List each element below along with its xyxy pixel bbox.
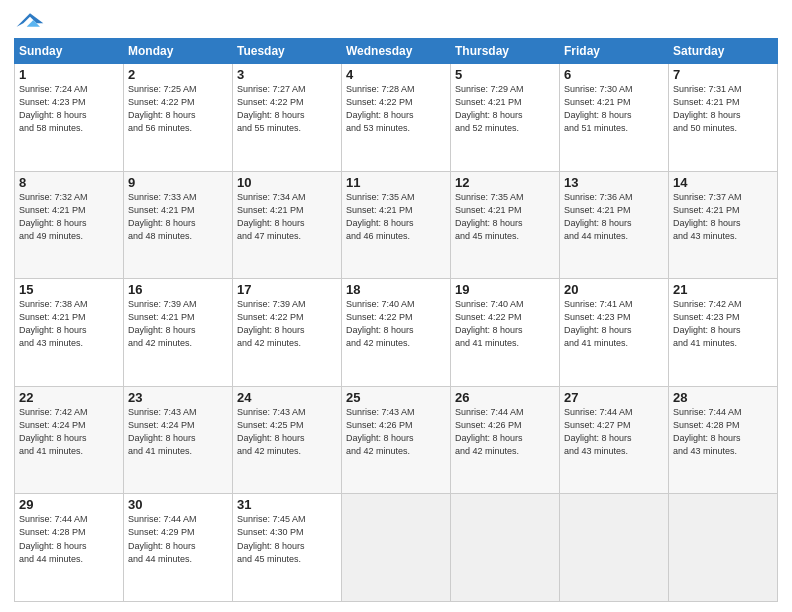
day-info: Sunrise: 7:43 AM Sunset: 4:25 PM Dayligh… [237,406,337,458]
day-number: 6 [564,67,664,82]
day-info: Sunrise: 7:43 AM Sunset: 4:24 PM Dayligh… [128,406,228,458]
day-number: 3 [237,67,337,82]
day-info: Sunrise: 7:32 AM Sunset: 4:21 PM Dayligh… [19,191,119,243]
day-cell: 25Sunrise: 7:43 AM Sunset: 4:26 PM Dayli… [342,386,451,494]
day-number: 2 [128,67,228,82]
day-cell: 21Sunrise: 7:42 AM Sunset: 4:23 PM Dayli… [669,279,778,387]
weekday-header-tuesday: Tuesday [233,39,342,64]
weekday-header-row: SundayMondayTuesdayWednesdayThursdayFrid… [15,39,778,64]
day-cell: 5Sunrise: 7:29 AM Sunset: 4:21 PM Daylig… [451,64,560,172]
day-info: Sunrise: 7:40 AM Sunset: 4:22 PM Dayligh… [346,298,446,350]
day-cell: 24Sunrise: 7:43 AM Sunset: 4:25 PM Dayli… [233,386,342,494]
day-info: Sunrise: 7:43 AM Sunset: 4:26 PM Dayligh… [346,406,446,458]
day-cell: 7Sunrise: 7:31 AM Sunset: 4:21 PM Daylig… [669,64,778,172]
day-info: Sunrise: 7:44 AM Sunset: 4:27 PM Dayligh… [564,406,664,458]
day-number: 13 [564,175,664,190]
day-cell: 1Sunrise: 7:24 AM Sunset: 4:23 PM Daylig… [15,64,124,172]
day-cell: 16Sunrise: 7:39 AM Sunset: 4:21 PM Dayli… [124,279,233,387]
day-cell: 10Sunrise: 7:34 AM Sunset: 4:21 PM Dayli… [233,171,342,279]
day-cell: 17Sunrise: 7:39 AM Sunset: 4:22 PM Dayli… [233,279,342,387]
day-cell: 3Sunrise: 7:27 AM Sunset: 4:22 PM Daylig… [233,64,342,172]
day-number: 15 [19,282,119,297]
day-number: 22 [19,390,119,405]
day-cell: 14Sunrise: 7:37 AM Sunset: 4:21 PM Dayli… [669,171,778,279]
day-info: Sunrise: 7:34 AM Sunset: 4:21 PM Dayligh… [237,191,337,243]
week-row-2: 8Sunrise: 7:32 AM Sunset: 4:21 PM Daylig… [15,171,778,279]
day-info: Sunrise: 7:44 AM Sunset: 4:28 PM Dayligh… [673,406,773,458]
day-number: 30 [128,497,228,512]
day-cell: 15Sunrise: 7:38 AM Sunset: 4:21 PM Dayli… [15,279,124,387]
day-cell: 30Sunrise: 7:44 AM Sunset: 4:29 PM Dayli… [124,494,233,602]
day-cell [560,494,669,602]
day-cell: 6Sunrise: 7:30 AM Sunset: 4:21 PM Daylig… [560,64,669,172]
day-info: Sunrise: 7:44 AM Sunset: 4:28 PM Dayligh… [19,513,119,565]
day-number: 19 [455,282,555,297]
day-number: 31 [237,497,337,512]
day-cell: 4Sunrise: 7:28 AM Sunset: 4:22 PM Daylig… [342,64,451,172]
day-number: 29 [19,497,119,512]
day-info: Sunrise: 7:36 AM Sunset: 4:21 PM Dayligh… [564,191,664,243]
week-row-1: 1Sunrise: 7:24 AM Sunset: 4:23 PM Daylig… [15,64,778,172]
weekday-header-sunday: Sunday [15,39,124,64]
day-cell [342,494,451,602]
day-number: 24 [237,390,337,405]
weekday-header-friday: Friday [560,39,669,64]
day-number: 20 [564,282,664,297]
day-info: Sunrise: 7:35 AM Sunset: 4:21 PM Dayligh… [455,191,555,243]
weekday-header-thursday: Thursday [451,39,560,64]
day-number: 4 [346,67,446,82]
day-number: 9 [128,175,228,190]
day-number: 17 [237,282,337,297]
day-number: 5 [455,67,555,82]
day-info: Sunrise: 7:45 AM Sunset: 4:30 PM Dayligh… [237,513,337,565]
day-info: Sunrise: 7:27 AM Sunset: 4:22 PM Dayligh… [237,83,337,135]
logo [14,10,44,30]
day-number: 12 [455,175,555,190]
day-cell: 13Sunrise: 7:36 AM Sunset: 4:21 PM Dayli… [560,171,669,279]
day-info: Sunrise: 7:42 AM Sunset: 4:24 PM Dayligh… [19,406,119,458]
logo-text [14,10,44,30]
day-number: 16 [128,282,228,297]
page: SundayMondayTuesdayWednesdayThursdayFrid… [0,0,792,612]
day-info: Sunrise: 7:29 AM Sunset: 4:21 PM Dayligh… [455,83,555,135]
day-cell: 2Sunrise: 7:25 AM Sunset: 4:22 PM Daylig… [124,64,233,172]
day-info: Sunrise: 7:44 AM Sunset: 4:26 PM Dayligh… [455,406,555,458]
day-number: 28 [673,390,773,405]
logo-icon [16,10,44,30]
day-cell: 12Sunrise: 7:35 AM Sunset: 4:21 PM Dayli… [451,171,560,279]
day-info: Sunrise: 7:31 AM Sunset: 4:21 PM Dayligh… [673,83,773,135]
week-row-4: 22Sunrise: 7:42 AM Sunset: 4:24 PM Dayli… [15,386,778,494]
day-cell: 27Sunrise: 7:44 AM Sunset: 4:27 PM Dayli… [560,386,669,494]
weekday-header-wednesday: Wednesday [342,39,451,64]
day-number: 7 [673,67,773,82]
weekday-header-saturday: Saturday [669,39,778,64]
calendar: SundayMondayTuesdayWednesdayThursdayFrid… [14,38,778,602]
day-cell: 19Sunrise: 7:40 AM Sunset: 4:22 PM Dayli… [451,279,560,387]
day-cell: 9Sunrise: 7:33 AM Sunset: 4:21 PM Daylig… [124,171,233,279]
day-number: 26 [455,390,555,405]
day-cell: 18Sunrise: 7:40 AM Sunset: 4:22 PM Dayli… [342,279,451,387]
day-number: 18 [346,282,446,297]
week-row-5: 29Sunrise: 7:44 AM Sunset: 4:28 PM Dayli… [15,494,778,602]
day-cell: 8Sunrise: 7:32 AM Sunset: 4:21 PM Daylig… [15,171,124,279]
day-number: 21 [673,282,773,297]
day-number: 10 [237,175,337,190]
day-number: 14 [673,175,773,190]
day-cell: 22Sunrise: 7:42 AM Sunset: 4:24 PM Dayli… [15,386,124,494]
day-cell: 28Sunrise: 7:44 AM Sunset: 4:28 PM Dayli… [669,386,778,494]
week-row-3: 15Sunrise: 7:38 AM Sunset: 4:21 PM Dayli… [15,279,778,387]
day-number: 8 [19,175,119,190]
day-info: Sunrise: 7:41 AM Sunset: 4:23 PM Dayligh… [564,298,664,350]
day-info: Sunrise: 7:25 AM Sunset: 4:22 PM Dayligh… [128,83,228,135]
day-cell: 31Sunrise: 7:45 AM Sunset: 4:30 PM Dayli… [233,494,342,602]
day-info: Sunrise: 7:39 AM Sunset: 4:21 PM Dayligh… [128,298,228,350]
day-info: Sunrise: 7:30 AM Sunset: 4:21 PM Dayligh… [564,83,664,135]
day-cell: 29Sunrise: 7:44 AM Sunset: 4:28 PM Dayli… [15,494,124,602]
day-info: Sunrise: 7:35 AM Sunset: 4:21 PM Dayligh… [346,191,446,243]
day-cell [669,494,778,602]
day-cell: 20Sunrise: 7:41 AM Sunset: 4:23 PM Dayli… [560,279,669,387]
day-cell [451,494,560,602]
day-info: Sunrise: 7:33 AM Sunset: 4:21 PM Dayligh… [128,191,228,243]
day-number: 27 [564,390,664,405]
day-info: Sunrise: 7:42 AM Sunset: 4:23 PM Dayligh… [673,298,773,350]
